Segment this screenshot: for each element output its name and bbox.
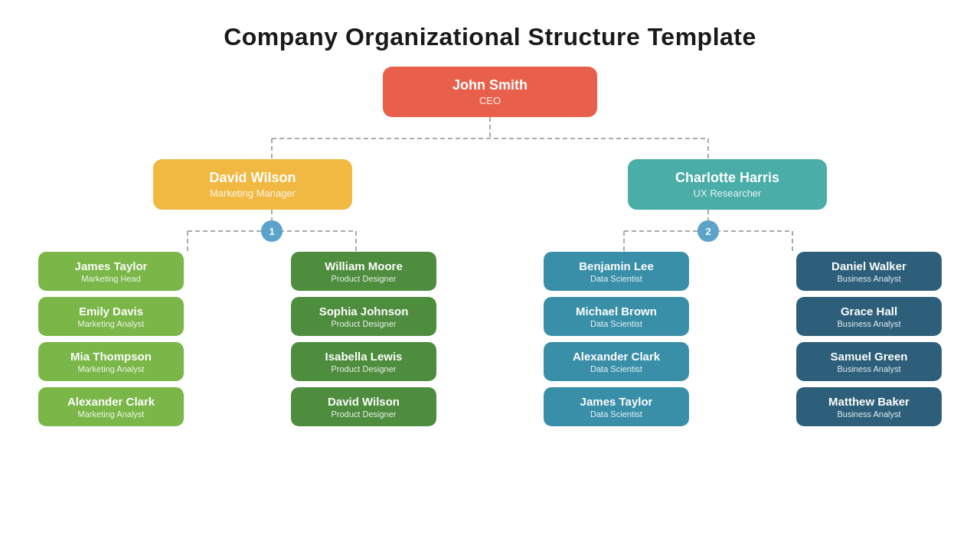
leaf-name: Benjamin Lee [554, 259, 678, 272]
manager-name-1: Charlotte Harris [658, 170, 796, 186]
col-1-1: Daniel Walker Business Analyst Grace Hal… [796, 252, 942, 426]
leaf-role: Product Designer [302, 409, 426, 419]
leaf-role: Product Designer [302, 319, 426, 328]
branch-lines: 1 2 [145, 210, 835, 252]
leaf-name: Daniel Walker [807, 259, 931, 272]
leaf-name: David Wilson [302, 395, 426, 408]
leaf-alexander-clark-data: Alexander Clark Data Scientist [544, 342, 689, 381]
leaf-name: William Moore [302, 259, 426, 272]
leaf-role: Data Scientist [554, 364, 678, 373]
org-chart: Company Organizational Structure Templat… [31, 0, 949, 426]
leaf-michael-brown: Michael Brown Data Scientist [544, 297, 689, 336]
ceo-node: John Smith CEO [383, 67, 597, 117]
leaf-role: Marketing Analyst [49, 364, 173, 373]
col-1-0: Benjamin Lee Data Scientist Michael Brow… [544, 252, 689, 426]
manager-node-charlotte: Charlotte Harris UX Researcher [628, 159, 827, 210]
managers-row: David Wilson Marketing Manager Charlotte… [145, 159, 835, 210]
ceo-connector [145, 117, 835, 159]
ceo-role: CEO [429, 95, 551, 106]
leaf-alexander-clark-mkt: Alexander Clark Marketing Analyst [38, 387, 184, 426]
leaf-role: Product Designer [302, 364, 426, 373]
leaf-isabella-lewis: Isabella Lewis Product Designer [291, 342, 436, 381]
col-0-1: William Moore Product Designer Sophia Jo… [291, 252, 436, 426]
leaf-daniel-walker: Daniel Walker Business Analyst [796, 252, 942, 291]
leaf-name: Mia Thompson [49, 350, 173, 363]
leaf-david-wilson-designer: David Wilson Product Designer [291, 387, 436, 426]
leaf-name: James Taylor [554, 395, 678, 408]
leaf-sophia-johnson: Sophia Johnson Product Designer [291, 297, 436, 336]
ceo-name: John Smith [429, 77, 551, 93]
leaf-name: Sophia Johnson [302, 305, 426, 318]
leaf-row: James Taylor Marketing Head Emily Davis … [38, 252, 942, 426]
leaf-benjamin-lee: Benjamin Lee Data Scientist [544, 252, 689, 291]
leaf-name: James Taylor [49, 259, 173, 272]
leaf-emily-davis: Emily Davis Marketing Analyst [38, 297, 184, 336]
leaf-role: Business Analyst [807, 409, 931, 419]
ceo-lines [145, 117, 835, 159]
col-0-0: James Taylor Marketing Head Emily Davis … [38, 252, 184, 426]
manager-role-0: Marketing Manager [184, 187, 322, 199]
leaf-matthew-baker: Matthew Baker Business Analyst [796, 387, 942, 426]
leaf-role: Data Scientist [554, 409, 678, 419]
manager-left: David Wilson Marketing Manager [145, 159, 360, 210]
branch-connectors: 1 2 [145, 210, 835, 252]
leaf-samuel-green: Samuel Green Business Analyst [796, 342, 942, 381]
leaf-mia-thompson: Mia Thompson Marketing Analyst [38, 342, 184, 381]
leaf-name: Isabella Lewis [302, 350, 426, 363]
svg-text:2: 2 [705, 226, 710, 237]
leaf-name: Matthew Baker [807, 395, 931, 408]
leaf-name: Grace Hall [807, 305, 931, 318]
leaf-role: Marketing Head [49, 274, 173, 283]
leaf-role: Marketing Analyst [49, 409, 173, 419]
leaf-role: Product Designer [302, 274, 426, 283]
svg-text:1: 1 [269, 226, 274, 237]
leaf-role: Business Analyst [807, 274, 931, 283]
leaf-role: Data Scientist [554, 319, 678, 328]
leaf-name: Alexander Clark [554, 350, 678, 363]
leaf-name: Emily Davis [49, 305, 173, 318]
leaf-james-taylor: James Taylor Marketing Head [38, 252, 184, 291]
manager-right: Charlotte Harris UX Researcher [620, 159, 835, 210]
leaf-james-taylor-data: James Taylor Data Scientist [544, 387, 689, 426]
page-title: Company Organizational Structure Templat… [224, 23, 756, 51]
manager-role-1: UX Researcher [658, 187, 796, 199]
leaf-role: Marketing Analyst [49, 319, 173, 328]
leaf-name: Michael Brown [554, 305, 678, 318]
manager-node-david: David Wilson Marketing Manager [153, 159, 352, 210]
leaf-role: Data Scientist [554, 274, 678, 283]
leaf-name: Samuel Green [807, 350, 931, 363]
leaf-role: Business Analyst [807, 364, 931, 373]
leaf-name: Alexander Clark [49, 395, 173, 408]
manager-name-0: David Wilson [184, 170, 322, 186]
leaf-grace-hall: Grace Hall Business Analyst [796, 297, 942, 336]
leaf-role: Business Analyst [807, 319, 931, 328]
leaf-william-moore: William Moore Product Designer [291, 252, 436, 291]
